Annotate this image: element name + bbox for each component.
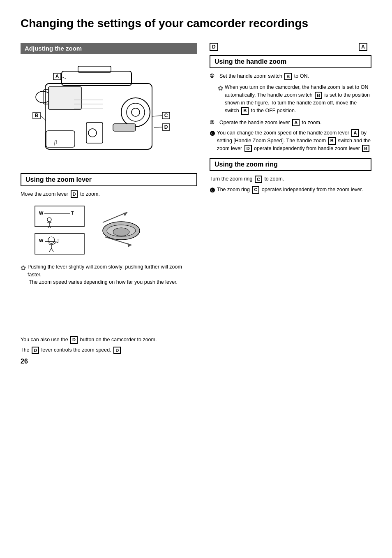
svg-text:W: W xyxy=(39,238,44,243)
svg-line-26 xyxy=(152,116,162,116)
step1-tip-text: When you turn on the camcorder, the hand… xyxy=(225,83,371,114)
zoom-ring-badge-c2: C xyxy=(252,186,259,193)
step1-tip-icon: ✿ xyxy=(218,83,223,93)
zoom-lever-text2: to zoom. xyxy=(80,191,100,197)
note-badge-b2: B xyxy=(362,145,369,152)
zoom-lever-text1: Move the zoom lever xyxy=(21,191,68,197)
zoom-lever-header: Using the zoom lever xyxy=(21,173,197,186)
step1-badge-b: B xyxy=(284,73,292,80)
svg-line-27 xyxy=(154,127,162,127)
note-badge-d: D xyxy=(244,145,252,152)
zoom-ring-body: Turn the zoom ring C to zoom. xyxy=(210,175,371,183)
bottom-badge-d2: D xyxy=(32,347,39,354)
svg-point-10 xyxy=(88,129,97,137)
svg-rect-12 xyxy=(113,124,136,131)
tip-icon: ✿ xyxy=(21,263,26,273)
adjusting-zoom-header: Adjusting the zoom xyxy=(21,43,197,54)
note-text: You can change the zoom speed of the han… xyxy=(217,129,371,153)
step2: ② Operate the handle zoom lever A to zoo… xyxy=(210,119,371,127)
svg-point-3 xyxy=(131,108,140,116)
svg-text:W: W xyxy=(39,211,44,215)
bottom-badge-d3: D xyxy=(113,347,121,354)
zoom-lever-body: Move the zoom lever D to zoom. xyxy=(21,190,197,198)
tip-text-2: The zoom speed varies depending on how f… xyxy=(29,278,197,286)
bottom-notes: You can also use the D button on the cam… xyxy=(21,336,197,354)
svg-rect-9 xyxy=(86,123,103,143)
svg-marker-54 xyxy=(127,243,131,247)
svg-text:A: A xyxy=(55,74,59,79)
bottom-badge-d1: D xyxy=(70,336,78,343)
top-badge-a: A xyxy=(359,43,367,51)
zoom-ring-section: Using the zoom ring Turn the zoom ring C… xyxy=(210,158,371,195)
note-icon: ❻ xyxy=(210,129,215,139)
svg-point-2 xyxy=(127,103,145,121)
handle-zoom-section: Using the handle zoom ① Set the handle z… xyxy=(210,55,371,152)
step1-tip: ✿ When you turn on the camcorder, the ha… xyxy=(218,83,371,114)
tip-text: Pushing the lever slightly will zoom slo… xyxy=(28,263,197,279)
zoom-lever-svg: W T W T xyxy=(33,204,152,257)
page-container: Changing the settings of your camcorder … xyxy=(0,0,392,373)
two-column-layout: Adjusting the zoom xyxy=(21,43,371,357)
page-number: 26 xyxy=(21,358,28,365)
top-badge-d: D xyxy=(210,43,218,51)
handle-zoom-header: Using the handle zoom xyxy=(210,55,371,68)
svg-text:T: T xyxy=(71,211,74,215)
step1-badge-b3: B xyxy=(241,107,249,114)
svg-point-57 xyxy=(113,228,129,236)
step1-num: ① xyxy=(210,72,217,80)
zoom-ring-note: ❻ The zoom ring C operates independently… xyxy=(210,186,371,195)
step1: ① Set the handle zoom switch B to ON. xyxy=(210,72,371,80)
svg-rect-7 xyxy=(48,87,81,109)
zoom-ring-note-text: The zoom ring C operates independently f… xyxy=(217,186,363,194)
step2-badge-a: A xyxy=(292,119,300,126)
zoom-lever-badge-d: D xyxy=(71,190,78,198)
left-column: Adjusting the zoom xyxy=(21,43,197,357)
svg-point-1 xyxy=(121,98,150,127)
svg-marker-52 xyxy=(123,212,127,216)
zoom-lever-tip: ✿ Pushing the lever slightly will zoom s… xyxy=(21,263,197,279)
svg-text:B: B xyxy=(35,113,39,118)
note-badge-a: A xyxy=(351,129,359,137)
step2-text: Operate the handle zoom lever A to zoom. xyxy=(219,119,322,127)
svg-rect-29 xyxy=(35,206,84,227)
bottom-body-2: The D lever controls the zoom speed. D xyxy=(21,346,197,354)
svg-rect-11 xyxy=(46,131,75,147)
zoom-lever-illustration: W T W T xyxy=(33,204,152,257)
step1-text: Set the handle zoom switch B to ON. xyxy=(219,72,309,80)
svg-text:β: β xyxy=(54,139,57,146)
step1-badge-b2: B xyxy=(315,92,322,99)
camcorder-svg: A B C D β xyxy=(21,59,177,166)
zoom-ring-note-icon: ❻ xyxy=(210,186,215,195)
svg-text:D: D xyxy=(164,124,168,130)
handle-zoom-note: ❻ You can change the zoom speed of the h… xyxy=(210,129,371,153)
zoom-lever-section: Using the zoom lever Move the zoom lever… xyxy=(21,173,197,354)
top-badges: D A xyxy=(210,43,371,51)
bottom-body-1: You can also use the D button on the cam… xyxy=(21,336,197,344)
svg-rect-39 xyxy=(35,234,84,254)
camcorder-illustration: A B C D β xyxy=(21,59,177,166)
note-badge-b: B xyxy=(328,137,336,144)
page-title: Changing the settings of your camcorder … xyxy=(21,16,371,30)
step2-num: ② xyxy=(210,119,217,127)
zoom-ring-header: Using the zoom ring xyxy=(210,158,371,171)
svg-text:C: C xyxy=(164,113,168,118)
right-column: D A Using the handle zoom ① Set the hand… xyxy=(210,43,371,357)
zoom-ring-badge-c: C xyxy=(255,176,262,183)
